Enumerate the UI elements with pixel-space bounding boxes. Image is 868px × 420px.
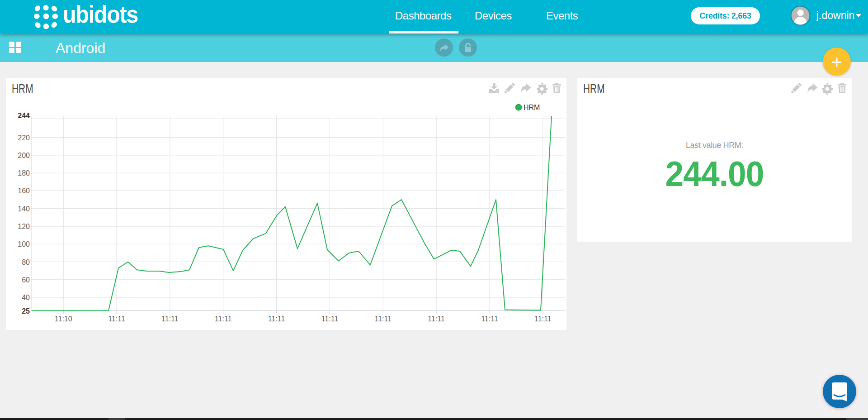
svg-text:25: 25: [22, 307, 30, 315]
svg-text:11:11: 11:11: [161, 315, 179, 323]
svg-text:60: 60: [22, 276, 30, 284]
svg-text:11:11: 11:11: [108, 315, 125, 323]
svg-text:200: 200: [18, 152, 30, 159]
svg-text:180: 180: [18, 169, 30, 177]
svg-text:100: 100: [18, 240, 30, 248]
svg-text:140: 140: [18, 205, 30, 213]
svg-text:160: 160: [18, 187, 30, 195]
svg-text:11:11: 11:11: [374, 315, 392, 323]
svg-text:120: 120: [18, 223, 30, 230]
svg-text:11:11: 11:11: [481, 315, 498, 323]
svg-text:40: 40: [22, 294, 30, 301]
svg-text:80: 80: [22, 258, 30, 266]
svg-text:11:11: 11:11: [321, 315, 339, 323]
svg-text:11:11: 11:11: [268, 315, 285, 323]
svg-text:11:11: 11:11: [534, 315, 552, 323]
svg-text:11:11: 11:11: [215, 315, 232, 323]
svg-text:11:11: 11:11: [428, 315, 445, 323]
svg-text:11:10: 11:10: [55, 315, 72, 323]
